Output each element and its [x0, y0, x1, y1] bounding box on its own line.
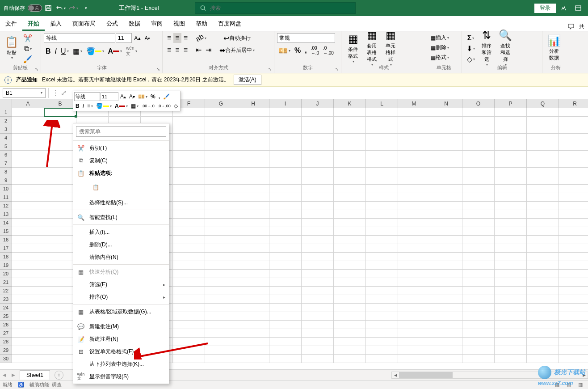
cell[interactable] — [527, 321, 559, 329]
cell[interactable] — [334, 210, 366, 219]
cell[interactable] — [527, 261, 559, 270]
cell[interactable] — [366, 287, 398, 295]
cell[interactable] — [430, 236, 462, 244]
format-cells-button[interactable]: ▦格式▾ — [429, 53, 451, 62]
format-as-table-button[interactable]: ▦套用 表格格式▾ — [363, 33, 381, 63]
mini-clear-format[interactable]: ◇ — [172, 102, 179, 110]
cell[interactable] — [559, 321, 588, 329]
cell[interactable] — [269, 304, 302, 312]
mini-font-select[interactable] — [74, 92, 100, 101]
cell[interactable] — [302, 210, 334, 219]
cell[interactable] — [334, 287, 366, 295]
row-header-26[interactable]: 26 — [0, 321, 12, 329]
cell[interactable] — [398, 329, 430, 338]
cell[interactable] — [559, 210, 588, 219]
sheet-nav-prev[interactable]: ◀ — [0, 371, 9, 380]
cell[interactable] — [527, 108, 559, 117]
cell[interactable] — [527, 151, 559, 159]
cell[interactable] — [495, 236, 527, 244]
sheet-tab-sheet1[interactable]: Sheet1 — [20, 370, 50, 380]
cell[interactable] — [173, 202, 205, 210]
cell[interactable] — [527, 312, 559, 321]
increase-indent-button[interactable]: ⇥ — [204, 45, 213, 55]
cell[interactable] — [205, 168, 237, 176]
cell[interactable] — [398, 253, 430, 261]
mini-italic[interactable]: I — [81, 102, 85, 110]
column-header-B[interactable]: B — [44, 99, 76, 108]
cell[interactable] — [205, 253, 237, 261]
coming-soon-icon[interactable] — [558, 2, 570, 14]
cell[interactable] — [205, 321, 237, 329]
cell[interactable] — [430, 312, 462, 321]
cell[interactable] — [237, 295, 269, 304]
cell[interactable] — [366, 176, 398, 185]
cell[interactable] — [495, 210, 527, 219]
cell[interactable] — [269, 236, 302, 244]
cell[interactable] — [12, 202, 44, 210]
cell[interactable] — [173, 117, 205, 125]
comma-style-button[interactable]: , — [303, 46, 308, 55]
cell[interactable] — [462, 253, 495, 261]
cell[interactable] — [559, 287, 588, 295]
cell[interactable] — [205, 338, 237, 346]
cell[interactable] — [237, 278, 269, 287]
cell[interactable] — [302, 185, 334, 193]
sort-filter-button[interactable]: ⇅排序和筛选▾ — [478, 33, 496, 63]
fill-button[interactable]: ⬇▾ — [465, 43, 477, 54]
cell[interactable] — [12, 278, 44, 287]
cell[interactable] — [302, 346, 334, 355]
cell[interactable] — [302, 321, 334, 329]
cell[interactable] — [173, 253, 205, 261]
cell[interactable] — [334, 253, 366, 261]
cell[interactable] — [462, 346, 495, 355]
cell[interactable] — [398, 312, 430, 321]
cell[interactable] — [237, 117, 269, 125]
cell[interactable] — [366, 329, 398, 338]
cell[interactable] — [205, 202, 237, 210]
cell[interactable] — [173, 295, 205, 304]
cell[interactable] — [430, 338, 462, 346]
cell[interactable] — [495, 168, 527, 176]
row-header-29[interactable]: 29 — [0, 346, 12, 355]
align-left-button[interactable]: ≡ — [165, 45, 173, 55]
cell[interactable] — [334, 117, 366, 125]
column-header-M[interactable]: M — [398, 99, 430, 108]
cell[interactable] — [366, 185, 398, 193]
cell[interactable] — [366, 142, 398, 151]
cell[interactable] — [205, 227, 237, 236]
row-header-16[interactable]: 16 — [0, 236, 12, 244]
hscroll-right[interactable]: ▶ — [580, 372, 588, 378]
cell[interactable] — [302, 261, 334, 270]
cell[interactable] — [269, 210, 302, 219]
name-box[interactable]: B1 ▾ — [3, 88, 46, 98]
cell[interactable] — [269, 261, 302, 270]
cell[interactable] — [44, 287, 76, 295]
cell[interactable] — [398, 244, 430, 253]
cell[interactable] — [398, 304, 430, 312]
cell[interactable] — [559, 253, 588, 261]
cell[interactable] — [527, 176, 559, 185]
cell[interactable] — [462, 219, 495, 227]
cell[interactable] — [44, 253, 76, 261]
cell[interactable] — [205, 151, 237, 159]
row-header-4[interactable]: 4 — [0, 134, 12, 142]
cell[interactable] — [527, 210, 559, 219]
cell[interactable] — [173, 270, 205, 278]
cell[interactable] — [334, 176, 366, 185]
column-header-K[interactable]: K — [334, 99, 366, 108]
increase-font-button[interactable]: A▴ — [132, 34, 143, 42]
row-header-7[interactable]: 7 — [0, 159, 12, 168]
decrease-decimal-button[interactable]: .0→.00 — [321, 45, 336, 56]
cell[interactable] — [205, 159, 237, 168]
tab-file[interactable]: 文件 — [0, 16, 22, 31]
cell[interactable] — [559, 261, 588, 270]
cell[interactable] — [366, 253, 398, 261]
cell[interactable] — [430, 287, 462, 295]
cell[interactable] — [462, 125, 495, 134]
search-bar[interactable] — [195, 2, 356, 14]
qat-customize[interactable]: ▾ — [80, 2, 92, 14]
cell[interactable] — [12, 329, 44, 338]
analyze-data-button[interactable]: 📊分析 数据 — [545, 33, 563, 63]
cell[interactable] — [302, 142, 334, 151]
cell[interactable] — [334, 159, 366, 168]
